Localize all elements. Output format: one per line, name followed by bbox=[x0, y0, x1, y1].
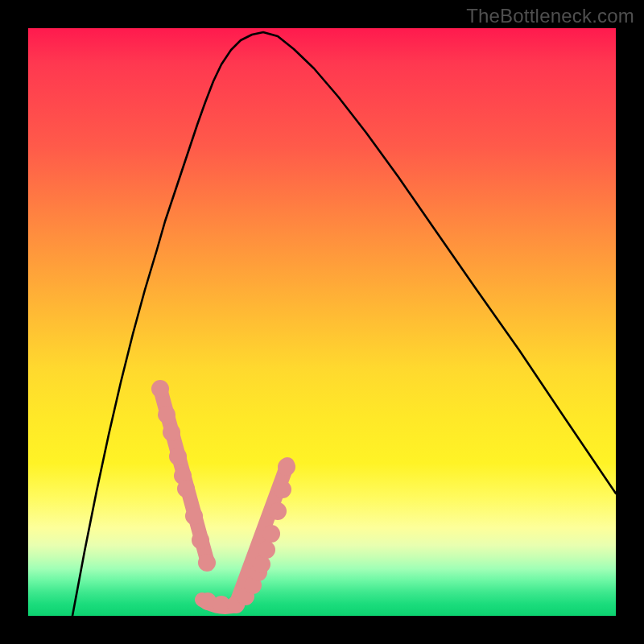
band-dot bbox=[169, 448, 187, 465]
highlight-band bbox=[151, 380, 295, 613]
band-dot bbox=[278, 458, 295, 476]
watermark-text: TheBottleneck.com bbox=[466, 5, 634, 27]
chart-svg bbox=[28, 28, 616, 616]
band-dot bbox=[163, 423, 180, 441]
band-dot bbox=[262, 525, 280, 543]
band-dot bbox=[192, 531, 209, 549]
band-dot bbox=[274, 481, 291, 498]
band-dot bbox=[269, 502, 287, 520]
band-dot bbox=[198, 554, 216, 572]
band-dot bbox=[158, 406, 175, 423]
band-dot bbox=[258, 541, 275, 559]
band-dot bbox=[185, 507, 203, 525]
band-dot bbox=[151, 380, 169, 398]
plot-area bbox=[28, 28, 616, 616]
band-dot bbox=[177, 480, 195, 497]
bottleneck-curve bbox=[72, 32, 616, 616]
chart-frame: TheBottleneck.com bbox=[0, 0, 644, 644]
